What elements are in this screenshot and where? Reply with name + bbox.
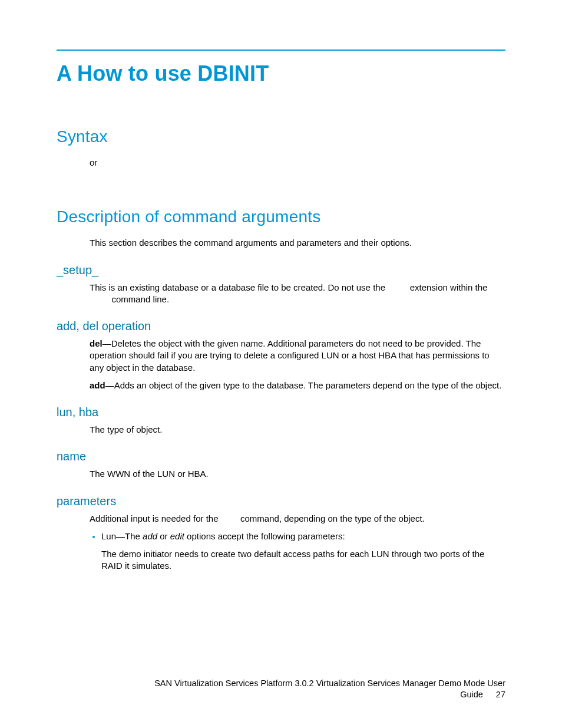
setup-text-c: command line. — [112, 294, 170, 304]
parameters-intro: Additional input is needed for the comma… — [90, 513, 505, 525]
setup-body: This is an existing database or a databa… — [90, 282, 505, 306]
setup-text-a: This is an existing database or a databa… — [90, 282, 385, 292]
bullet-lun-a: Lun—The — [101, 531, 143, 541]
params-intro-b: command, depending on the type of the ob… — [240, 513, 425, 523]
syntax-body: or — [90, 157, 505, 169]
del-text: —Deletes the object with the given name.… — [90, 338, 490, 373]
desc-body: This section describes the command argum… — [90, 237, 505, 249]
parameters-body: Additional input is needed for the comma… — [90, 513, 505, 572]
top-rule — [57, 50, 505, 51]
section-syntax: Syntax — [57, 127, 505, 146]
setup-text-b: extension within the — [410, 282, 488, 292]
footer-line2: Guide — [460, 690, 483, 699]
subsection-adddel: add, del operation — [57, 319, 505, 333]
del-label: del — [90, 338, 103, 348]
bullet-edit: edit — [170, 531, 184, 541]
add-text: —Adds an object of the given type to the… — [105, 380, 502, 390]
page-container: A How to use DBINIT Syntax or Descriptio… — [0, 0, 562, 728]
del-para: del—Deletes the object with the given na… — [90, 338, 505, 374]
appendix-title: A How to use DBINIT — [57, 61, 505, 86]
bullet-sub: The demo initiator needs to create two d… — [101, 548, 505, 572]
footer-line2-wrap: Guide27 — [57, 689, 505, 701]
add-para: add—Adds an object of the given type to … — [90, 380, 505, 391]
add-label: add — [90, 380, 105, 390]
list-item: Lun—The add or edit options accept the f… — [101, 531, 505, 572]
footer-line1: SAN Virtualization Services Platform 3.0… — [57, 678, 505, 690]
subsection-name: name — [57, 450, 505, 463]
name-body: The WWN of the LUN or HBA. — [90, 468, 505, 480]
lunhba-text: The type of object. — [90, 424, 505, 436]
adddel-body: del—Deletes the object with the given na… — [90, 338, 505, 391]
bullet-add: add — [143, 531, 157, 541]
subsection-setup: _setup_ — [57, 263, 505, 277]
page-footer: SAN Virtualization Services Platform 3.0… — [57, 678, 505, 701]
desc-intro: This section describes the command argum… — [90, 237, 505, 249]
bullet-lun-b: options accept the following parameters: — [184, 531, 345, 541]
page-number: 27 — [496, 689, 505, 701]
syntax-or: or — [90, 157, 505, 169]
setup-text: This is an existing database or a databa… — [90, 282, 505, 306]
name-text: The WWN of the LUN or HBA. — [90, 468, 505, 480]
subsection-parameters: parameters — [57, 495, 505, 508]
lunhba-body: The type of object. — [90, 424, 505, 436]
params-intro-a: Additional input is needed for the — [90, 513, 219, 523]
bullet-or: or — [157, 531, 170, 541]
parameters-list: Lun—The add or edit options accept the f… — [90, 531, 505, 572]
section-description: Description of command arguments — [57, 207, 505, 226]
subsection-lunhba: lun, hba — [57, 406, 505, 419]
